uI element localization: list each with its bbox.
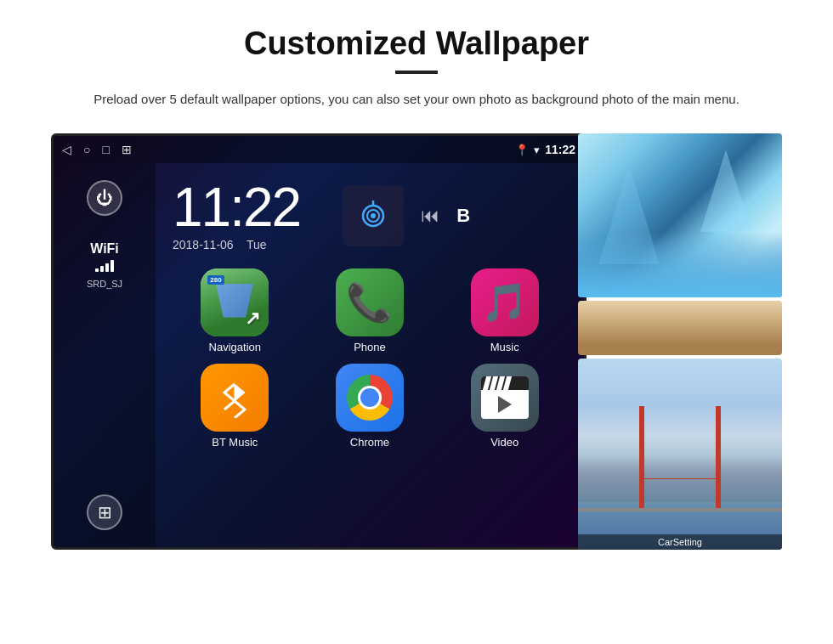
chrome-inner-circle: [358, 386, 382, 410]
music-app-label: Music: [490, 341, 519, 353]
page-title: Customized Wallpaper: [244, 25, 589, 62]
app-item-chrome[interactable]: Chrome: [308, 364, 433, 449]
back-icon[interactable]: ◁: [62, 143, 71, 156]
wifi-ssid: SRD_SJ: [87, 279, 122, 289]
wifi-widget: WiFi SRD_SJ: [87, 241, 122, 291]
clock-time: 11:22: [173, 180, 300, 234]
status-bar: ◁ ○ □ ⊞ 📍 ▾ 11:22: [54, 136, 584, 163]
recents-icon[interactable]: □: [102, 143, 109, 156]
phone-app-icon: 📞: [336, 268, 404, 336]
wifi-bar-4: [110, 260, 114, 272]
home-icon[interactable]: ○: [83, 143, 90, 156]
video-app-icon: [471, 364, 539, 432]
clock-block: 11:22 2018-11-06 Tue: [173, 180, 300, 251]
wifi-bar-1: [95, 268, 99, 272]
chrome-app-label: Chrome: [350, 436, 389, 449]
app-item-music[interactable]: 🎵 Music: [442, 268, 567, 353]
next-letter-icon: B: [456, 205, 470, 227]
music-widget-icon: [343, 185, 404, 246]
status-bar-left: ◁ ○ □ ⊞: [62, 143, 132, 156]
clock-area: 11:22 2018-11-06 Tue: [156, 163, 584, 260]
page-wrapper: Customized Wallpaper Preload over 5 defa…: [0, 0, 833, 584]
apps-grid-icon: ⊞: [98, 502, 112, 523]
radio-wave-icon: [356, 199, 390, 233]
navigation-app-icon: 280 ↗: [201, 268, 269, 336]
video-app-label: Video: [490, 436, 518, 449]
location-icon: 📍: [515, 144, 529, 156]
nav-badge: 280: [207, 275, 224, 285]
wallpaper-thumb-3[interactable]: CarSetting: [578, 359, 782, 550]
app-grid: 280 ↗ Navigation 📞 Phone: [156, 260, 584, 457]
wifi-signal-bars: [87, 260, 122, 272]
app-item-phone[interactable]: 📞 Phone: [308, 268, 433, 353]
chrome-app-icon: [336, 364, 404, 432]
app-item-btmusic[interactable]: BT Music: [173, 364, 298, 449]
screenshot-icon[interactable]: ⊞: [122, 143, 132, 156]
prev-track-icon[interactable]: ⏮: [421, 205, 439, 227]
status-time: 11:22: [545, 143, 575, 156]
phone-app-label: Phone: [354, 341, 386, 353]
apps-button[interactable]: ⊞: [87, 494, 122, 530]
power-icon: ⏻: [96, 189, 113, 208]
music-app-icon: 🎵: [471, 268, 539, 336]
sidebar: ⏻ WiFi SRD_SJ ⊞: [54, 163, 156, 547]
status-bar-right: 📍 ▾ 11:22: [515, 143, 575, 156]
chrome-outer-ring: [347, 375, 393, 421]
navigation-app-label: Navigation: [209, 341, 261, 353]
power-button[interactable]: ⏻: [87, 180, 122, 216]
bluetooth-icon: [214, 377, 255, 418]
clock-date-value: 2018-11-06: [173, 238, 234, 251]
page-subtitle: Preload over 5 default wallpaper options…: [94, 89, 740, 110]
app-item-navigation[interactable]: 280 ↗ Navigation: [173, 268, 298, 353]
clock-date: 2018-11-06 Tue: [173, 238, 300, 251]
center-content: 11:22 2018-11-06 Tue: [156, 163, 584, 547]
wallpaper-thumb-1[interactable]: [578, 133, 782, 297]
app-item-video[interactable]: Video: [442, 364, 567, 449]
btmusic-app-label: BT Music: [212, 436, 258, 449]
wallpaper-thumb-2[interactable]: [578, 301, 782, 355]
device-container: ◁ ○ □ ⊞ 📍 ▾ 11:22 ⏻: [51, 133, 782, 567]
clock-widgets: ⏮ B: [343, 185, 470, 246]
wifi-bar-2: [100, 266, 104, 272]
main-area: ⏻ WiFi SRD_SJ ⊞: [54, 163, 584, 547]
btmusic-app-icon: [201, 364, 269, 432]
wifi-label: WiFi: [87, 241, 122, 257]
svg-point-2: [371, 213, 376, 218]
wallpaper-thumbnails: CarSetting: [578, 133, 782, 550]
wifi-status-icon: ▾: [534, 144, 540, 156]
title-divider: [395, 71, 438, 74]
carsetting-label: CarSetting: [578, 534, 782, 550]
wifi-bar-3: [105, 263, 109, 272]
clock-day: Tue: [246, 238, 267, 251]
android-screen: ◁ ○ □ ⊞ 📍 ▾ 11:22 ⏻: [51, 133, 586, 550]
